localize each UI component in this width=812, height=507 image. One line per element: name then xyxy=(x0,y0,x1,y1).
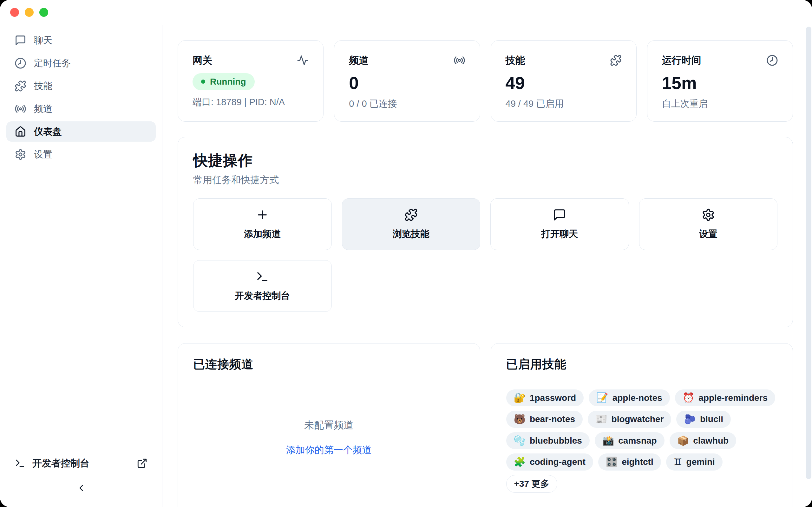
skill-chip-bear-notes: 🐻bear-notes xyxy=(506,411,583,428)
external-link-icon xyxy=(137,458,148,469)
skill-chip-camsnap: 📸camsnap xyxy=(595,432,664,449)
skill-chip-blogwatcher: 📰blogwatcher xyxy=(588,411,671,428)
skills-more-chip[interactable]: +37 更多 xyxy=(506,475,557,493)
skill-emoji-icon: 🧩 xyxy=(514,457,525,467)
quick-actions-grid: 添加频道浏览技能打开聊天设置开发者控制台 xyxy=(193,199,777,312)
skill-emoji-icon: 🐻 xyxy=(514,414,525,424)
skill-emoji-icon: 📰 xyxy=(595,414,607,424)
stat-title: 频道 xyxy=(349,55,368,66)
sidebar-item-channels[interactable]: 频道 xyxy=(6,99,156,119)
skill-chip-eightctl: 🎛️eightctl xyxy=(598,453,661,470)
enabled-skills-title: 已启用技能 xyxy=(506,357,778,372)
app-window: 聊天定时任务技能频道仪表盘设置 开发者控制台 网关Running端口: 1878… xyxy=(0,0,812,507)
skill-emoji-icon: ⏰ xyxy=(682,393,694,402)
add-first-channel-link[interactable]: 添加你的第一个频道 xyxy=(286,444,372,456)
stat-card-skills: 技能4949 / 49 已启用 xyxy=(491,40,637,122)
skill-emoji-icon: 📦 xyxy=(677,436,689,446)
quick-actions-title: 快捷操作 xyxy=(193,152,777,169)
skill-emoji-icon: 🫧 xyxy=(514,436,525,446)
chat-icon xyxy=(553,208,566,222)
terminal-icon xyxy=(256,270,269,283)
stat-title: 技能 xyxy=(506,55,525,66)
skill-name: apple-notes xyxy=(612,393,662,403)
quick-action-label: 添加频道 xyxy=(244,228,281,240)
skill-emoji-icon: 🎛️ xyxy=(606,457,618,467)
quick-action-add-channel[interactable]: 添加频道 xyxy=(193,199,332,250)
stat-title: 运行时间 xyxy=(662,55,701,66)
skill-name: blogwatcher xyxy=(612,414,664,425)
sidebar-item-label: 仪表盘 xyxy=(34,126,61,137)
puzzle-icon xyxy=(404,208,418,222)
broadcast-icon xyxy=(14,103,26,115)
sidebar-item-skills[interactable]: 技能 xyxy=(6,76,156,96)
app-body: 聊天定时任务技能频道仪表盘设置 开发者控制台 网关Running端口: 1878… xyxy=(0,25,812,507)
skill-name: bear-notes xyxy=(530,414,575,425)
stat-subtext: 0 / 0 已连接 xyxy=(349,98,465,109)
skill-name: apple-reminders xyxy=(699,393,768,403)
stat-title: 网关 xyxy=(193,55,212,66)
sidebar-item-scheduled-tasks[interactable]: 定时任务 xyxy=(6,53,156,73)
connected-channels-title: 已连接频道 xyxy=(193,357,465,372)
quick-action-label: 开发者控制台 xyxy=(235,290,290,302)
skill-name: coding-agent xyxy=(530,457,586,467)
titlebar xyxy=(0,0,812,25)
skill-chip-apple-notes: 📝apple-notes xyxy=(589,389,670,406)
quick-action-browse-skills[interactable]: 浏览技能 xyxy=(342,199,480,250)
sidebar-dev-console-link[interactable]: 开发者控制台 xyxy=(6,458,156,469)
stat-card-uptime: 运行时间15m自上次重启 xyxy=(647,40,793,122)
plus-icon xyxy=(256,208,269,222)
sidebar-footer: 开发者控制台 xyxy=(6,458,156,494)
clock-icon xyxy=(766,55,778,66)
sidebar-item-label: 设置 xyxy=(34,149,52,160)
sidebar-item-settings[interactable]: 设置 xyxy=(6,144,156,164)
stat-value: 0 xyxy=(349,74,465,92)
stat-value: 15m xyxy=(662,74,778,92)
gear-icon xyxy=(14,149,26,160)
sidebar-item-label: 技能 xyxy=(34,80,52,92)
skill-chip-coding-agent: 🧩coding-agent xyxy=(506,453,593,470)
zoom-window-button[interactable] xyxy=(39,8,48,17)
connected-channels-card: 已连接频道 未配置频道 添加你的第一个频道 xyxy=(177,343,480,507)
sidebar-item-dashboard[interactable]: 仪表盘 xyxy=(6,121,156,142)
quick-action-label: 浏览技能 xyxy=(393,228,429,240)
home-icon xyxy=(14,126,26,137)
stats-grid: 网关Running端口: 18789 | PID: N/A频道00 / 0 已连… xyxy=(177,40,793,122)
stat-value: 49 xyxy=(506,74,622,92)
quick-action-label: 设置 xyxy=(699,228,717,240)
quick-action-settings[interactable]: 设置 xyxy=(639,199,778,250)
skill-name: blucli xyxy=(700,414,723,425)
broadcast-icon xyxy=(454,55,465,66)
skill-emoji-icon: 📸 xyxy=(602,436,614,446)
stat-card-channels: 频道00 / 0 已连接 xyxy=(334,40,480,122)
skill-emoji-icon: 🫐 xyxy=(684,414,696,424)
sidebar-item-chat[interactable]: 聊天 xyxy=(6,30,156,50)
sidebar-item-label: 频道 xyxy=(34,103,52,114)
stat-subtext: 端口: 18789 | PID: N/A xyxy=(193,97,309,108)
skills-chip-list: 🔐1password📝apple-notes⏰apple-reminders🐻b… xyxy=(506,389,778,493)
dev-console-label: 开发者控制台 xyxy=(32,458,90,469)
activity-icon xyxy=(297,55,309,66)
skill-name: eightctl xyxy=(622,457,653,467)
puzzle-icon xyxy=(610,55,622,66)
minimize-window-button[interactable] xyxy=(25,8,34,17)
status-dot-icon xyxy=(201,79,205,83)
skill-emoji-icon: 🔐 xyxy=(514,393,525,402)
chat-icon xyxy=(14,35,26,46)
enabled-skills-card: 已启用技能 🔐1password📝apple-notes⏰apple-remin… xyxy=(491,343,793,507)
stat-subtext: 49 / 49 已启用 xyxy=(506,98,622,109)
skill-emoji-icon: 📝 xyxy=(596,393,608,402)
skill-name: clawhub xyxy=(693,435,728,446)
close-window-button[interactable] xyxy=(10,8,19,17)
puzzle-icon xyxy=(14,80,26,92)
sidebar-item-label: 定时任务 xyxy=(34,58,71,69)
scrollbar-thumb[interactable] xyxy=(806,26,811,479)
skill-chip-clawhub: 📦clawhub xyxy=(670,432,736,449)
skill-chip-gemini: ♊gemini xyxy=(666,453,722,470)
quick-action-open-chat[interactable]: 打开聊天 xyxy=(490,199,629,250)
skill-chip-apple-reminders: ⏰apple-reminders xyxy=(675,389,775,406)
quick-action-dev-console[interactable]: 开发者控制台 xyxy=(193,260,332,312)
terminal-icon xyxy=(14,458,26,469)
sidebar-nav: 聊天定时任务技能频道仪表盘设置 xyxy=(6,30,156,164)
skill-name: bluebubbles xyxy=(530,435,582,446)
sidebar-collapse-button[interactable] xyxy=(6,483,156,494)
